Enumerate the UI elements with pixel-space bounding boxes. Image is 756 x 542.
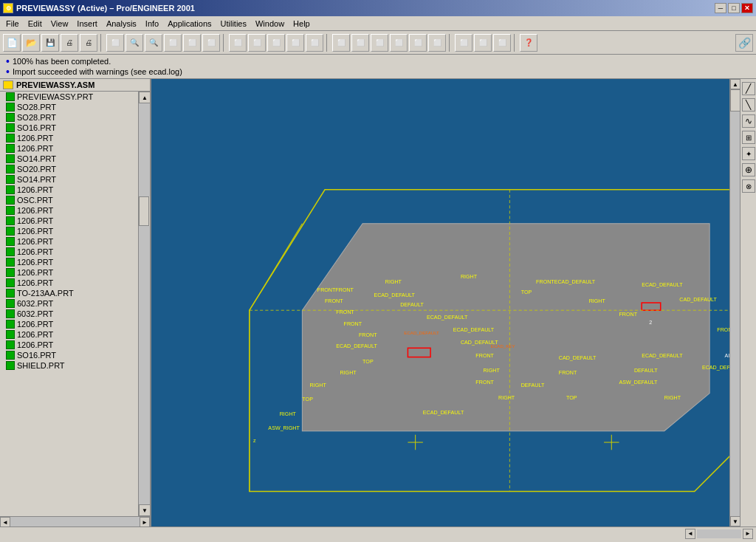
tb-print2[interactable]: 🖨 — [80, 34, 97, 52]
tb-g4-6[interactable]: ⬜ — [428, 34, 446, 52]
tree-item-so28-1[interactable]: SO28.PRT — [0, 102, 138, 112]
tree-item-so16-1[interactable]: SO16.PRT — [0, 123, 138, 133]
rt-line[interactable]: ╲ — [742, 98, 755, 112]
cad-viewport[interactable]: FRONTFRONT RIGHT RIGHT FRONTECAD_DEFAULT… — [151, 79, 740, 526]
menu-file[interactable]: File — [1, 18, 24, 30]
tree-item-1206-12[interactable]: 1206.PRT — [0, 319, 138, 329]
menu-help[interactable]: Help — [289, 18, 315, 30]
right-tools-panel: ╱ ╲ ∿ ⊞ ✦ ⊕ ⊗ — [740, 79, 756, 526]
tree-item-1206-8[interactable]: 1206.PRT — [0, 247, 138, 257]
rt-grid[interactable]: ⊞ — [742, 131, 755, 144]
tree-scroll[interactable]: PREVIEWASSY.PRT SO28.PRT SO28.PRT SO16.P… — [0, 92, 138, 516]
tree-item-6032-1[interactable]: 6032.PRT — [0, 298, 138, 309]
tb-new[interactable]: 📄 — [3, 34, 21, 52]
tree-scrollbar-v[interactable]: ▲ ▼ — [138, 92, 150, 516]
vp-scroll-up[interactable]: ▲ — [730, 79, 740, 89]
rt-cross[interactable]: ✦ — [742, 147, 755, 160]
tree-item-so16-2[interactable]: SO16.PRT — [0, 350, 138, 360]
tree-item-1206-2[interactable]: 1206.PRT — [0, 143, 138, 154]
tb-g5-1[interactable]: ⬜ — [455, 34, 472, 52]
tb-g3-4[interactable]: ⬜ — [286, 34, 304, 52]
tree-item-1206-10[interactable]: 1206.PRT — [0, 267, 138, 278]
tb-view2[interactable]: ⬜ — [164, 34, 182, 52]
tb-g4-3[interactable]: ⬜ — [371, 34, 388, 52]
menu-edit[interactable]: Edit — [24, 18, 47, 30]
viewport-scrollbar-v[interactable]: ▲ ▼ — [729, 79, 740, 526]
tree-item-so20[interactable]: SO20.PRT — [0, 164, 138, 174]
vp-scroll-down[interactable]: ▼ — [730, 516, 740, 526]
sep1 — [100, 34, 103, 52]
tb-view3[interactable]: ⬜ — [183, 34, 201, 52]
tb-right-link[interactable]: 🔗 — [735, 34, 753, 52]
rt-plus[interactable]: ⊕ — [742, 163, 755, 176]
part-icon — [6, 216, 15, 225]
tree-item-to213aa[interactable]: TO-213AA.PRT — [0, 288, 138, 298]
tb-save[interactable]: 💾 — [41, 34, 59, 52]
svg-text:RIGHT: RIGHT — [461, 274, 478, 280]
tree-item-1206-13[interactable]: 1206.PRT — [0, 329, 138, 340]
tree-item-1206-1[interactable]: 1206.PRT — [0, 133, 138, 143]
part-icon — [6, 309, 15, 318]
tree-item-1206-5[interactable]: 1206.PRT — [0, 216, 138, 226]
tree-item-1206-9[interactable]: 1206.PRT — [0, 257, 138, 267]
tb-g4-5[interactable]: ⬜ — [409, 34, 427, 52]
tree-item-so14-2[interactable]: SO14.PRT — [0, 174, 138, 185]
tb-g4-2[interactable]: ⬜ — [351, 34, 369, 52]
restore-button[interactable]: □ — [728, 3, 740, 13]
bottom-scroll-left[interactable]: ◄ — [685, 529, 695, 539]
svg-text:ECAD_DEFAULT: ECAD_DEFAULT — [642, 282, 683, 288]
svg-text:RIGHT: RIGHT — [340, 370, 357, 376]
svg-line-10 — [250, 224, 303, 311]
menu-view[interactable]: View — [47, 18, 73, 30]
tree-item-shield[interactable]: SHIELD.PRT — [0, 360, 138, 371]
menu-analysis[interactable]: Analysis — [102, 18, 141, 30]
menu-insert[interactable]: Insert — [72, 18, 102, 30]
svg-text:FRONT: FRONT — [559, 370, 577, 376]
tree-item-6032-2[interactable]: 6032.PRT — [0, 309, 138, 319]
close-button[interactable]: ✕ — [741, 3, 753, 13]
rt-x[interactable]: ⊗ — [742, 179, 755, 193]
tree-item-1206-14[interactable]: 1206.PRT — [0, 340, 138, 350]
tb-g5-3[interactable]: ⬜ — [493, 34, 511, 52]
minimize-button[interactable]: ─ — [715, 3, 726, 13]
menu-info[interactable]: Info — [141, 18, 163, 30]
tb-g3-2[interactable]: ⬜ — [248, 34, 266, 52]
tree-item-previewassy-prt[interactable]: PREVIEWASSY.PRT — [0, 92, 138, 102]
tree-item-1206-6[interactable]: 1206.PRT — [0, 226, 138, 236]
part-icon — [6, 92, 15, 101]
tb-g4-1[interactable]: ⬜ — [332, 34, 350, 52]
tb-g3-5[interactable]: ⬜ — [306, 34, 323, 52]
scroll-down[interactable]: ▼ — [139, 504, 150, 516]
tb-help[interactable]: ❓ — [520, 34, 537, 52]
tb-zoom-out[interactable]: 🔍 — [145, 34, 162, 52]
tb-view1[interactable]: ⬜ — [106, 34, 124, 52]
part-icon — [6, 351, 15, 360]
scroll-right[interactable]: ► — [140, 517, 150, 526]
app-icon: ⚙ — [3, 3, 13, 13]
tree-item-osc[interactable]: OSC.PRT — [0, 195, 138, 205]
menu-utilities[interactable]: Utilities — [216, 18, 251, 30]
tree-item-1206-7[interactable]: 1206.PRT — [0, 236, 138, 247]
tb-g3-1[interactable]: ⬜ — [229, 34, 247, 52]
tb-zoom-in[interactable]: 🔍 — [126, 34, 143, 52]
bottom-scroll-right[interactable]: ► — [743, 529, 753, 539]
menu-window[interactable]: Window — [251, 18, 289, 30]
rt-diagonal-line[interactable]: ╱ — [742, 82, 755, 95]
tree-item-so14-1[interactable]: SO14.PRT — [0, 154, 138, 164]
svg-text:FRONT: FRONT — [475, 353, 494, 359]
vp-thumb-v[interactable] — [730, 89, 740, 112]
tree-item-1206-4[interactable]: 1206.PRT — [0, 205, 138, 216]
tree-item-so28-2[interactable]: SO28.PRT — [0, 112, 138, 123]
tree-item-1206-3[interactable]: 1206.PRT — [0, 185, 138, 195]
tb-g4-4[interactable]: ⬜ — [390, 34, 408, 52]
tree-item-1206-11[interactable]: 1206.PRT — [0, 278, 138, 288]
tb-g3-3[interactable]: ⬜ — [267, 34, 285, 52]
tb-print[interactable]: 🖨 — [61, 34, 78, 52]
scroll-left[interactable]: ◄ — [0, 517, 10, 526]
tb-g5-2[interactable]: ⬜ — [474, 34, 492, 52]
scroll-up[interactable]: ▲ — [139, 92, 150, 103]
menu-applications[interactable]: Applications — [163, 18, 216, 30]
rt-curve[interactable]: ∿ — [742, 114, 755, 128]
tb-open[interactable]: 📂 — [22, 34, 40, 52]
tb-view4[interactable]: ⬜ — [202, 34, 220, 52]
